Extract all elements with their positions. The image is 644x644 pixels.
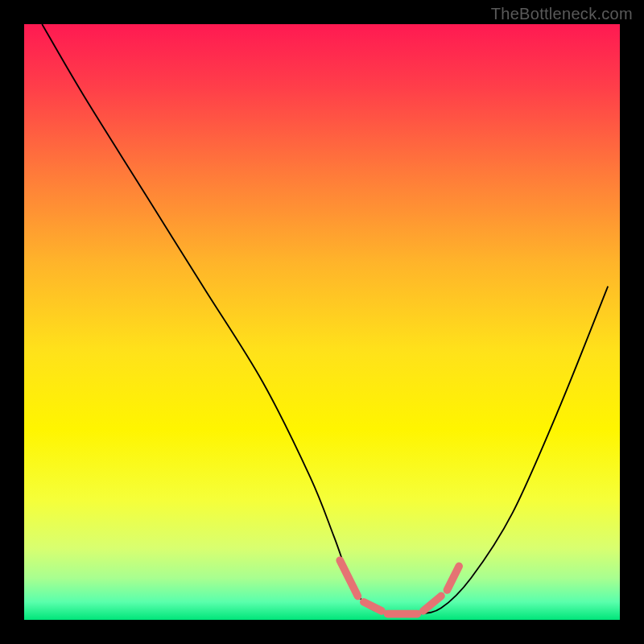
flat-marker-segment <box>364 602 382 611</box>
flat-region-markers <box>340 560 459 614</box>
flat-marker-segment <box>447 566 459 590</box>
curve-layer <box>24 24 620 620</box>
watermark-text: TheBottleneck.com <box>491 5 633 23</box>
flat-marker-segment <box>340 560 357 596</box>
bottleneck-curve <box>42 24 608 615</box>
flat-marker-segment <box>423 596 441 611</box>
plot-area <box>24 24 620 620</box>
